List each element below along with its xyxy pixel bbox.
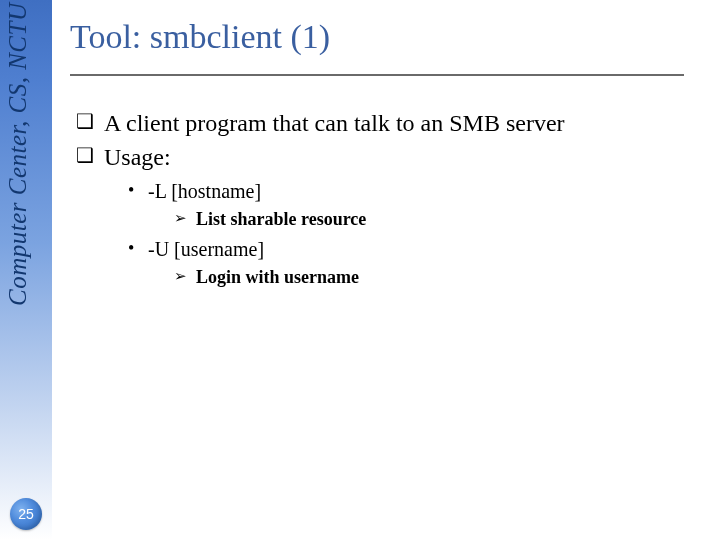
page-number-badge: 25 <box>10 498 42 530</box>
bullet-text: Login with username <box>196 267 359 287</box>
sidebar-label: Computer Center, CS, NCTU <box>4 2 34 382</box>
slide: Computer Center, CS, NCTU 25 Tool: smbcl… <box>0 0 720 540</box>
bullet-level3: List sharable resource <box>174 209 680 230</box>
bullet-level1: A client program that can talk to an SMB… <box>76 108 680 138</box>
bullet-text: -U [username] <box>148 238 264 260</box>
bullet-text: A client program that can talk to an SMB… <box>104 110 565 136</box>
title-underline <box>70 74 684 76</box>
bullet-level2: -L [hostname] <box>124 180 680 203</box>
bullet-text: Usage: <box>104 144 171 170</box>
content-area: Tool: smbclient (1) A client program tha… <box>70 0 700 540</box>
body: A client program that can talk to an SMB… <box>70 80 680 288</box>
bullet-level3: Login with username <box>174 267 680 288</box>
bullet-level1: Usage: <box>76 142 680 172</box>
bullet-text: List sharable resource <box>196 209 366 229</box>
bullet-level2: -U [username] <box>124 238 680 261</box>
bullet-text: -L [hostname] <box>148 180 261 202</box>
page-title: Tool: smbclient (1) <box>70 18 330 55</box>
title-block: Tool: smbclient (1) <box>70 0 700 80</box>
page-number: 25 <box>18 506 34 522</box>
